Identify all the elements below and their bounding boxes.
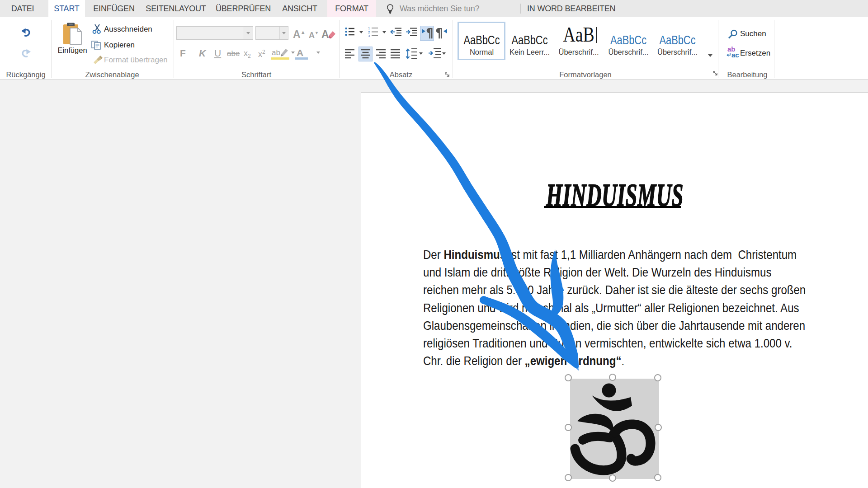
svg-text:3: 3 (368, 34, 370, 37)
